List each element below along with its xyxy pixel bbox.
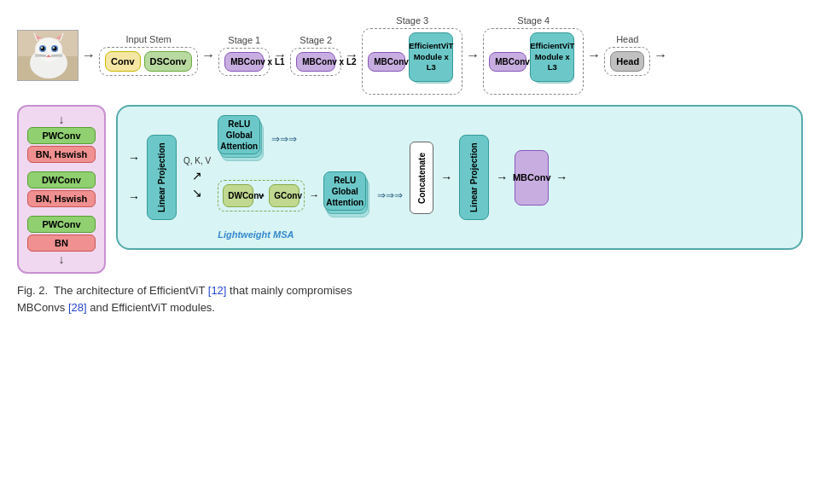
main-container: → Input Stem Conv DSConv → Stage 1 MBCon… (0, 0, 820, 324)
ras-front-upper: ReLU Global Attention (218, 115, 260, 154)
concatenate-block: Concatenate (410, 142, 433, 214)
linear-projection-left: Linear Projection (147, 135, 177, 220)
bottom-row: ↓ PWConv BN, Hswish DWConv BN, Hswish PW… (17, 105, 803, 274)
stage-input-stem-label: Input Stem (126, 34, 172, 44)
stage-1: Stage 1 MBConv x L1 (218, 35, 270, 76)
stage-head-border: Head (604, 47, 650, 76)
caption-text-mid: that mainly compromises (226, 284, 352, 297)
stage-input-stem-border: Conv DSConv (99, 47, 198, 76)
dw-to-relu-arrow: → (309, 189, 319, 201)
mbconv-bn: BN (27, 235, 96, 252)
mbconv-bn-hswish-2: BN, Hswish (27, 190, 96, 207)
stage-4: Stage 4 MBConv EfficientViT Module x L3 (483, 15, 584, 95)
svg-point-3 (35, 38, 62, 61)
final-output-arrow: → (555, 171, 567, 184)
stage-3: Stage 3 MBConv EfficientViT Module x L3 (362, 15, 462, 95)
arrow-5: → (587, 48, 601, 63)
relu-global-attention-upper-stacked: ReLU Global Attention (218, 115, 267, 163)
top-architecture-row: → Input Stem Conv DSConv → Stage 1 MBCon… (17, 15, 803, 95)
stage-head: Head Head (604, 34, 650, 76)
svg-point-13 (53, 47, 55, 49)
qkv-section: Q, K, V ↗ ↘ (183, 156, 211, 200)
svg-point-12 (41, 47, 43, 49)
block-stage3-efficient-stacked: EfficientViT Module x L3 (409, 32, 457, 90)
stage-4-border: MBConv EfficientViT Module x L3 (483, 28, 584, 95)
svg-point-11 (53, 46, 57, 50)
block-dsconv: DSConv (144, 51, 193, 72)
lp-to-mbconv-arrow: → (496, 171, 508, 184)
arrow-final: → (654, 48, 667, 63)
caption-ref-2: [28] (68, 301, 87, 314)
mbconv-output-block: MBConv (515, 150, 549, 206)
lower-path: DWConv → GConv → ReLU Global Attention ⇒… (218, 171, 403, 219)
arrow-after-cat: → (82, 48, 96, 63)
block-stage4-efficient-stacked: EfficientViT Module x L3 (530, 32, 578, 90)
lower-input-arrow: → (128, 190, 140, 204)
caption-text-fig: Fig. 2. The architecture of EfficientViT (17, 284, 208, 297)
caption-ref-1: [12] (208, 284, 227, 297)
block-head: Head (610, 51, 644, 72)
ras-front-lower: ReLU Global Attention (323, 171, 366, 211)
stage-3-border: MBConv EfficientViT Module x L3 (362, 28, 462, 95)
block-conv: Conv (105, 51, 141, 72)
mbconv-bottom-arrow: ↓ (59, 253, 65, 265)
mbconv-pwconv-1: PWConv (27, 127, 96, 144)
caption-text-mbconv: MBConvs (17, 301, 68, 314)
cat-image (17, 30, 79, 81)
block-mbconv-l2: MBConv x L2 (296, 52, 335, 72)
lmsa-label: Lightweight MSA (218, 229, 403, 240)
arrow-3: → (345, 48, 358, 63)
mbconv-bn-hswish-1: BN, Hswish (27, 146, 96, 163)
figure-caption: Fig. 2. The architecture of EfficientViT… (17, 282, 803, 316)
stage-input-stem: Input Stem Conv DSConv (99, 34, 198, 76)
efficient-vit-module-detail: → → Linear Projection Q, K, V ↗ ↘ ReLU G… (116, 105, 803, 250)
stage-1-label: Stage 1 (228, 35, 260, 45)
dw-to-gconv-arrow: → (256, 189, 266, 201)
stage-1-border: MBConv x L1 (218, 48, 270, 76)
block-stage3-mbconv: MBConv (368, 52, 405, 72)
split-arrow-up: ↗ (192, 169, 202, 182)
stage-3-label: Stage 3 (396, 15, 428, 26)
upper-lower-paths: ReLU Global Attention ⇒⇒⇒ DWConv → GConv… (218, 115, 403, 240)
relu-global-attention-lower-stacked: ReLU Global Attention (323, 171, 373, 219)
stage-2-label: Stage 2 (300, 35, 332, 45)
mbconv-pwconv-2: PWConv (27, 216, 96, 233)
input-arrows: → → (128, 151, 140, 204)
block-mbconv-l1: MBConv x L1 (224, 52, 264, 72)
qkv-label: Q, K, V (183, 156, 211, 165)
split-arrow-down: ↘ (192, 186, 202, 200)
arrow-4: → (466, 48, 480, 63)
lower-multi-arrows: ⇒⇒⇒ (377, 189, 403, 201)
stage-2: Stage 2 MBConv x L2 (290, 35, 341, 76)
mbconv-top-arrow: ↓ (59, 113, 65, 125)
block-stage4-mbconv: MBConv (489, 52, 526, 72)
cat-svg (18, 31, 79, 81)
stage-head-label: Head (616, 34, 638, 44)
gconv-block: GConv (269, 184, 300, 207)
linear-projection-right: Linear Projection (459, 135, 489, 220)
mbconv-dwconv: DWConv (27, 171, 96, 188)
dwconv-block: DWConv (223, 184, 253, 207)
upper-input-arrow: → (128, 151, 140, 165)
upper-multi-arrows: ⇒⇒⇒ (271, 133, 297, 145)
arrow-2: → (273, 48, 287, 63)
concat-to-lp-arrow: → (440, 171, 452, 184)
upper-path: ReLU Global Attention ⇒⇒⇒ (218, 115, 403, 163)
svg-point-10 (41, 46, 45, 50)
stage-2-border: MBConv x L2 (290, 48, 341, 76)
mbconv-detail-box: ↓ PWConv BN, Hswish DWConv BN, Hswish PW… (17, 105, 106, 274)
arrow-1: → (201, 48, 215, 63)
caption-text-end: and EfficientViT modules. (87, 301, 215, 314)
stage-4-label: Stage 4 (517, 15, 550, 26)
dw-gconv-group: DWConv → GConv (218, 180, 305, 211)
